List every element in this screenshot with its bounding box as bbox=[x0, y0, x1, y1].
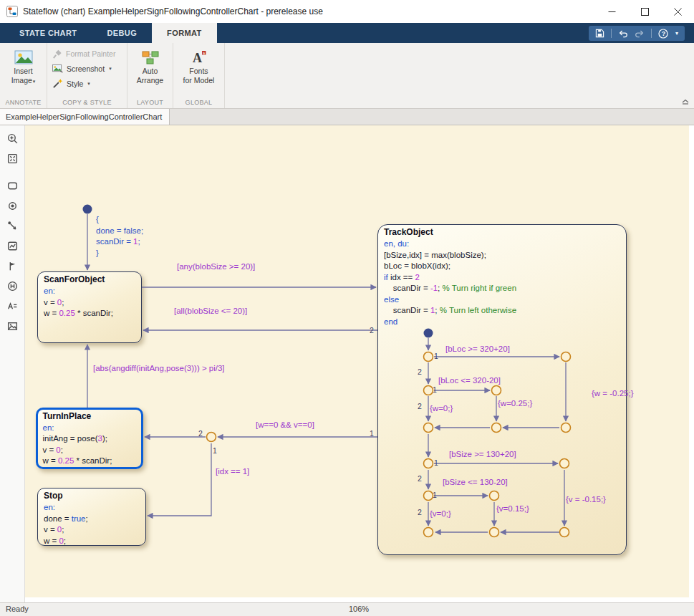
subchart-tool-icon[interactable] bbox=[3, 236, 21, 255]
ribbon-group-global: A a Fonts for Model GLOBAL bbox=[173, 43, 225, 108]
junction[interactable] bbox=[492, 386, 501, 395]
fonts-for-model-button[interactable]: A a Fonts for Model bbox=[173, 46, 224, 85]
transition-label-line: [bSize <= 130-20] bbox=[443, 477, 508, 489]
junction[interactable] bbox=[560, 528, 569, 537]
junction[interactable] bbox=[490, 528, 499, 537]
transition-label-line: {w=0;} bbox=[430, 403, 453, 415]
dropdown-caret-icon[interactable]: ▾ bbox=[675, 30, 678, 37]
fonts-label-1: Fonts bbox=[189, 67, 208, 76]
junction[interactable] bbox=[424, 459, 433, 468]
close-button[interactable] bbox=[661, 0, 694, 23]
junction[interactable] bbox=[562, 352, 571, 362]
transition-label-line: done = false; bbox=[96, 226, 143, 237]
junction[interactable] bbox=[207, 433, 216, 442]
fonts-label-2: for Model bbox=[183, 76, 215, 85]
auto-arrange-label-1: Auto bbox=[143, 67, 158, 76]
junction[interactable] bbox=[424, 352, 433, 362]
junction[interactable] bbox=[490, 491, 499, 501]
transition-label[interactable]: [bLoc <= 320-20] bbox=[438, 375, 501, 387]
save-icon[interactable] bbox=[595, 29, 604, 38]
transition-label-line: { bbox=[96, 214, 143, 226]
screenshot-label: Screenshot bbox=[67, 64, 105, 73]
default-transition-origin[interactable] bbox=[424, 329, 433, 338]
transition-label[interactable]: [bSize >= 130+20] bbox=[449, 449, 516, 461]
tab-state-chart[interactable]: STATE CHART bbox=[4, 23, 92, 43]
transition-label-line: {v=0.15;} bbox=[496, 504, 529, 515]
fit-to-view-icon[interactable] bbox=[3, 149, 21, 168]
state-tool-icon[interactable] bbox=[3, 176, 21, 195]
minimize-button[interactable] bbox=[595, 0, 628, 23]
transition-label[interactable]: [bSize <= 130-20] bbox=[443, 477, 508, 489]
transition-label[interactable]: {w=0.25;} bbox=[498, 398, 532, 410]
transition-priority: 1 bbox=[370, 429, 374, 438]
collapse-ribbon-icon[interactable] bbox=[681, 97, 690, 105]
insert-image-label-2: Image bbox=[11, 76, 32, 85]
transition-label[interactable]: [w==0 && v==0] bbox=[256, 420, 314, 431]
transition[interactable] bbox=[148, 443, 211, 516]
history-junction-icon[interactable] bbox=[3, 276, 21, 295]
transition-label[interactable]: [all(blobSize <= 20)] bbox=[174, 306, 247, 317]
screenshot-button[interactable]: Screenshot ▾ bbox=[47, 61, 127, 76]
junction[interactable] bbox=[492, 423, 501, 433]
transition-label[interactable]: {w = -0.25;} bbox=[592, 388, 634, 400]
transition-label[interactable]: {v=0;} bbox=[430, 509, 451, 520]
chart-canvas[interactable]: ScanForObjecten:v = 0;w = 0.25 * scanDir… bbox=[25, 125, 689, 597]
svg-text:?: ? bbox=[662, 30, 666, 37]
insert-image-button[interactable]: Insert Image▾ bbox=[0, 46, 47, 86]
transition-label-line: [abs(angdiff(initAng,pose(3))) > pi/3] bbox=[93, 363, 225, 375]
auto-arrange-button[interactable]: Auto Arrange bbox=[127, 46, 173, 85]
ribbon: Insert Image▾ ANNOTATE Format Painter Sc… bbox=[0, 43, 694, 109]
junction-tool-icon[interactable] bbox=[3, 196, 21, 215]
transition-label[interactable]: [idx == 1] bbox=[216, 466, 249, 478]
ribbon-tab-bar: STATE CHART DEBUG FORMAT ? ▾ bbox=[0, 23, 694, 43]
svg-text:A: A bbox=[193, 51, 202, 65]
tab-format[interactable]: FORMAT bbox=[152, 23, 217, 43]
transition-label[interactable]: {done = false;scanDir = 1;} bbox=[96, 214, 143, 259]
annotation-tool-icon[interactable] bbox=[3, 297, 21, 315]
junction[interactable] bbox=[424, 386, 433, 395]
document-tab-bar: ExampleHelperSignFollowingControllerChar… bbox=[0, 109, 694, 125]
ribbon-group-annotate: Insert Image▾ ANNOTATE bbox=[0, 43, 47, 108]
junction[interactable] bbox=[560, 459, 569, 468]
workspace: ScanForObjecten:v = 0;w = 0.25 * scanDir… bbox=[0, 125, 694, 602]
transition-label-line: [bSize >= 130+20] bbox=[449, 449, 516, 461]
format-painter-button: Format Painter bbox=[47, 46, 127, 61]
stateflow-app-icon bbox=[6, 6, 18, 17]
transition-label-line: [all(blobSize <= 20)] bbox=[174, 306, 247, 317]
junction[interactable] bbox=[424, 528, 433, 537]
group-label-global: GLOBAL bbox=[173, 99, 224, 106]
transition-label[interactable]: [bLoc >= 320+20] bbox=[445, 344, 510, 355]
junction[interactable] bbox=[424, 423, 433, 433]
ribbon-group-copy-style: Format Painter Screenshot ▾ Style ▾ COPY… bbox=[47, 43, 127, 108]
transition-label[interactable]: [abs(angdiff(initAng,pose(3))) > pi/3] bbox=[93, 363, 225, 375]
junction[interactable] bbox=[562, 423, 571, 433]
junction[interactable] bbox=[424, 491, 433, 501]
group-label-annotate: ANNOTATE bbox=[0, 99, 47, 106]
image-tool-icon[interactable] bbox=[3, 317, 21, 335]
zoom-level: 106% bbox=[349, 605, 369, 613]
transition-label[interactable]: {v=0.15;} bbox=[496, 504, 529, 515]
transition-label[interactable]: [any(blobSize >= 20)] bbox=[177, 261, 255, 273]
tab-debug[interactable]: DEBUG bbox=[92, 23, 152, 43]
zoom-icon[interactable] bbox=[3, 129, 21, 148]
style-label: Style bbox=[67, 80, 83, 88]
transition-priority: 2 bbox=[418, 508, 422, 516]
status-ready: Ready bbox=[6, 605, 29, 613]
title-bar: Stateflow (chart) ExampleHelperSignFollo… bbox=[0, 0, 694, 23]
transition-priority: 2 bbox=[418, 402, 422, 410]
transition-layer bbox=[25, 125, 689, 597]
graphical-function-icon[interactable] bbox=[3, 256, 21, 275]
document-tab[interactable]: ExampleHelperSignFollowingControllerChar… bbox=[0, 109, 170, 125]
redo-icon[interactable] bbox=[635, 29, 645, 38]
maximize-button[interactable] bbox=[628, 0, 661, 23]
transition-label[interactable]: {w=0;} bbox=[430, 403, 453, 415]
insert-image-caret-icon: ▾ bbox=[33, 79, 36, 84]
help-icon[interactable]: ? bbox=[658, 29, 668, 39]
style-caret-icon: ▾ bbox=[87, 81, 90, 87]
default-transition-origin[interactable] bbox=[83, 205, 92, 214]
transition-tool-icon[interactable] bbox=[3, 216, 21, 235]
tool-palette bbox=[0, 125, 25, 602]
undo-icon[interactable] bbox=[618, 29, 628, 38]
transition-label[interactable]: {v = -0.15;} bbox=[566, 494, 606, 506]
style-button[interactable]: Style ▾ bbox=[47, 76, 127, 91]
